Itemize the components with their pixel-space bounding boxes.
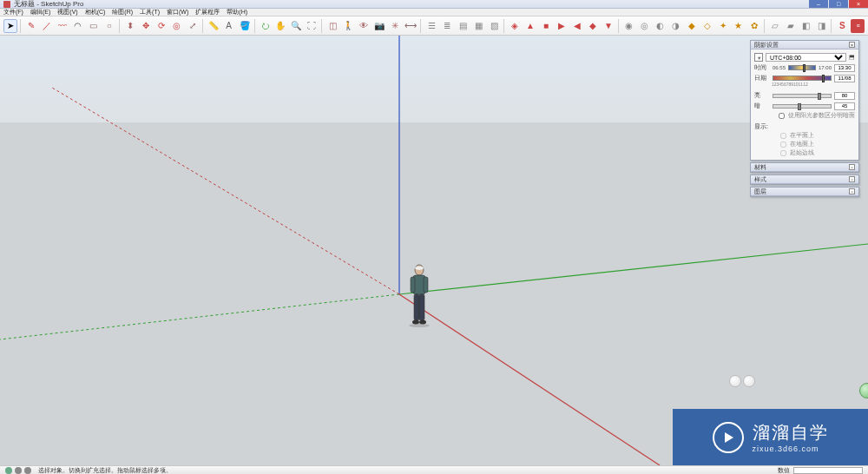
dimension-tool-icon[interactable]: ⟷	[404, 19, 418, 33]
select-tool-icon[interactable]: ➤	[3, 19, 17, 33]
dark-value-input[interactable]	[834, 102, 855, 110]
plugin-d-icon[interactable]: ◑	[669, 19, 683, 33]
sandbox-d-icon[interactable]: ◨	[815, 19, 829, 33]
time-slider[interactable]	[788, 65, 816, 70]
circle-tool-icon[interactable]: ○	[102, 19, 116, 33]
layers-tray: 图层 ▫	[750, 187, 859, 197]
time-value-input[interactable]	[834, 64, 855, 72]
light-slider[interactable]	[773, 94, 832, 98]
menu-camera[interactable]: 相机(C)	[85, 8, 106, 16]
styles-tray-header[interactable]: 样式 ▫	[751, 175, 858, 184]
extension-icon[interactable]: ≡	[851, 19, 865, 33]
watermark-overlay: 溜溜自学 zixue.3d66.com	[673, 409, 868, 465]
status-icon-b[interactable]	[15, 467, 22, 474]
collapse-icon[interactable]: ▫	[849, 164, 855, 170]
bottom-view-icon[interactable]: ▼	[602, 19, 615, 33]
freehand-tool-icon[interactable]: 〰	[56, 19, 69, 33]
light-value-input[interactable]	[834, 92, 855, 100]
maximize-button[interactable]: □	[829, 0, 848, 8]
section-tool-icon[interactable]: ◫	[326, 19, 339, 33]
zoom-extents-icon[interactable]: ⛶	[305, 19, 319, 33]
paint-tool-icon[interactable]: 🪣	[238, 19, 252, 33]
shadow-info-icon[interactable]: ⬒	[849, 54, 855, 61]
position-camera-icon[interactable]: 📷	[372, 19, 386, 33]
value-input[interactable]	[793, 467, 863, 474]
iso-view-icon[interactable]: ◈	[508, 19, 522, 33]
offset-tool-icon[interactable]: ◎	[170, 19, 184, 33]
scale-figure	[406, 263, 432, 328]
orbit-tool-icon[interactable]: ⭮	[259, 19, 273, 33]
styles-icon[interactable]: ▦	[471, 19, 485, 33]
sandbox-c-icon[interactable]: ◧	[799, 19, 813, 33]
light-label: 亮	[754, 91, 770, 100]
menu-file[interactable]: 文件(F)	[3, 8, 23, 16]
outliner-icon[interactable]: ☰	[424, 19, 438, 33]
plugin-e-icon[interactable]: ◆	[685, 19, 699, 33]
rect-tool-icon[interactable]: ▭	[87, 19, 101, 33]
timezone-select[interactable]: UTC+08:00	[766, 53, 846, 62]
minimize-button[interactable]: –	[809, 0, 828, 8]
menu-draw[interactable]: 绘图(R)	[112, 8, 133, 16]
zoom-tool-icon[interactable]: 🔍	[289, 19, 303, 33]
collapse-icon[interactable]: ×	[849, 42, 855, 48]
move-tool-icon[interactable]: ✥	[139, 19, 153, 33]
eraser-tool-icon[interactable]: ✎	[24, 19, 38, 33]
svg-point-13	[409, 324, 430, 327]
menu-extensions[interactable]: 扩展程序	[195, 8, 220, 16]
plugin-i-icon[interactable]: ✿	[747, 19, 761, 33]
date-slider[interactable]	[773, 76, 832, 81]
menu-view[interactable]: 视图(V)	[57, 8, 77, 16]
collapse-icon[interactable]: ▫	[849, 188, 855, 194]
dark-slider[interactable]	[773, 104, 832, 109]
left-view-icon[interactable]: ◆	[586, 19, 600, 33]
back-view-icon[interactable]: ◀	[570, 19, 584, 33]
view-bubble-b-icon[interactable]	[743, 375, 755, 387]
tape-tool-icon[interactable]: 📏	[207, 19, 220, 33]
shadow-toggle-icon[interactable]: ☀	[754, 53, 763, 62]
sunlight-checkbox-label: 使用阳光参数区分明暗面	[788, 111, 855, 120]
top-view-icon[interactable]: ▲	[523, 19, 537, 33]
sandbox-a-icon[interactable]: ▱	[768, 19, 782, 33]
pushpull-tool-icon[interactable]: ⬍	[123, 19, 137, 33]
right-view-icon[interactable]: ▶	[555, 19, 569, 33]
shadow-tray-header[interactable]: 阴影设置 ×	[751, 41, 858, 49]
plugin-f-icon[interactable]: ◇	[700, 19, 714, 33]
view-bubble-a-icon[interactable]	[729, 375, 741, 387]
menu-help[interactable]: 帮助(H)	[227, 8, 247, 16]
menu-edit[interactable]: 编辑(E)	[30, 8, 50, 16]
plugin-h-icon[interactable]: ★	[732, 19, 746, 33]
collapse-icon[interactable]: ▫	[849, 176, 855, 182]
status-icon-a[interactable]	[5, 467, 12, 474]
display-faces-checkbox	[780, 133, 786, 139]
plugin-c-icon[interactable]: ◐	[654, 19, 667, 33]
line-tool-icon[interactable]: ／	[40, 19, 54, 33]
scenes-icon[interactable]: ▤	[456, 19, 470, 33]
text-tool-icon[interactable]: A	[222, 19, 236, 33]
arc-tool-icon[interactable]: ◠	[71, 19, 85, 33]
layers-tray-header[interactable]: 图层 ▫	[751, 188, 858, 196]
walk-tool-icon[interactable]: 🚶	[341, 19, 355, 33]
sandbox-b-icon[interactable]: ▰	[784, 19, 798, 33]
date-value-input[interactable]	[834, 75, 855, 82]
menu-window[interactable]: 窗口(W)	[167, 8, 188, 16]
display-ground-checkbox	[780, 142, 786, 148]
close-button[interactable]: ×	[849, 0, 868, 8]
layers-icon[interactable]: ≣	[440, 19, 454, 33]
rotate-tool-icon[interactable]: ⟳	[155, 19, 168, 33]
shadows-icon[interactable]: ▧	[487, 19, 501, 33]
plugin-b-icon[interactable]: ◎	[638, 19, 652, 33]
plugin-g-icon[interactable]: ✦	[716, 19, 730, 33]
scale-tool-icon[interactable]: ⤢	[186, 19, 200, 33]
sunlight-checkbox[interactable]	[779, 113, 785, 119]
look-tool-icon[interactable]: 👁	[357, 19, 371, 33]
status-icon-c[interactable]	[24, 467, 31, 474]
su-logo-icon[interactable]: S	[835, 19, 849, 33]
front-view-icon[interactable]: ■	[539, 19, 553, 33]
axes-tool-icon[interactable]: ✳	[388, 19, 402, 33]
plugin-a-icon[interactable]: ◉	[622, 19, 636, 33]
pan-tool-icon[interactable]: ✋	[274, 19, 288, 33]
3d-viewport[interactable]	[0, 36, 868, 465]
materials-tray-header[interactable]: 材料 ▫	[751, 163, 858, 172]
menu-tools[interactable]: 工具(T)	[140, 8, 160, 16]
dark-label: 暗	[754, 102, 770, 110]
